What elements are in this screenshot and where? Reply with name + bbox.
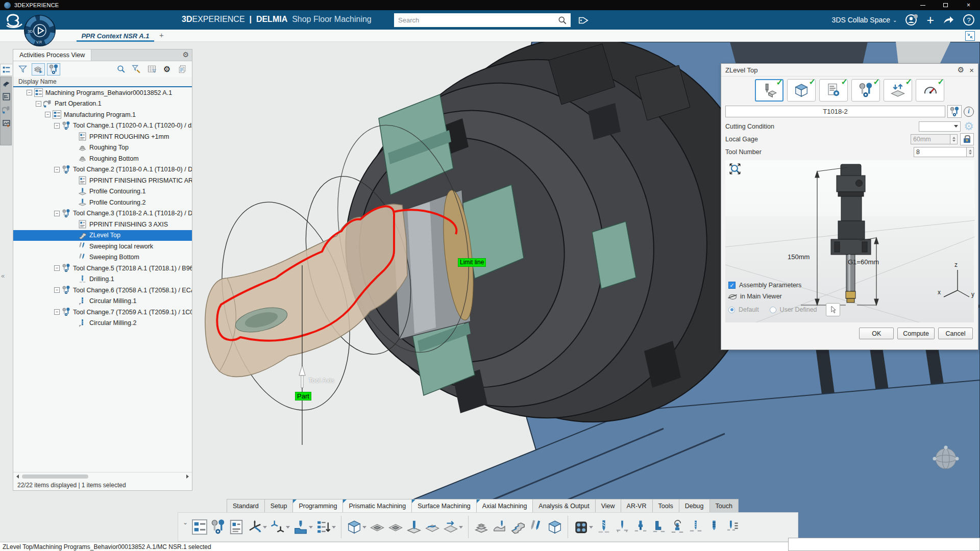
tree-row[interactable]: −Part Operation.1	[13, 98, 192, 110]
edit-filter-icon[interactable]	[130, 63, 143, 76]
tree-row[interactable]: −Tool Change.7 (T2059 A.1 (T2059.1) / 1C…	[13, 307, 192, 318]
expander-icon[interactable]: −	[36, 101, 41, 107]
user-defined-radio[interactable]	[770, 307, 776, 313]
new-tab-button[interactable]: +	[159, 31, 164, 39]
expander-icon[interactable]: −	[45, 112, 51, 117]
help-icon[interactable]: ?	[963, 14, 975, 26]
show-operations-toggle[interactable]	[32, 63, 45, 76]
tab-part-operation[interactable]	[0, 104, 12, 116]
filter-table-icon[interactable]	[145, 63, 158, 76]
dropdown-arrow-icon[interactable]	[589, 526, 593, 529]
pocketing-islands-icon[interactable]	[386, 517, 405, 537]
dropdown-arrow-icon[interactable]	[332, 526, 336, 529]
local-gage-stepper[interactable]	[950, 134, 958, 144]
copy-view-icon[interactable]	[176, 63, 189, 76]
tree-row[interactable]: PPRINT ROUGHING +1mm	[13, 131, 192, 142]
tree-row[interactable]: PPRINT FINISHING 3 AXIS	[13, 219, 192, 230]
tab-resources[interactable]	[0, 77, 12, 89]
pocketing-icon[interactable]	[368, 517, 386, 537]
tree-row[interactable]: PPRINT FINISHING PRISMATIC AREAS	[13, 175, 192, 186]
transform-operations-icon[interactable]	[268, 517, 287, 537]
maximize-button[interactable]	[934, 0, 957, 10]
dialog-close-icon[interactable]: ×	[969, 66, 974, 74]
close-button[interactable]: ×	[957, 0, 980, 10]
dropdown-arrow-icon[interactable]	[362, 526, 366, 529]
cancel-button[interactable]: Cancel	[938, 328, 973, 339]
pprint-icon[interactable]	[227, 517, 246, 537]
minimize-button[interactable]	[911, 0, 934, 10]
tool-assembly-icon[interactable]	[291, 517, 310, 537]
drilling-icon[interactable]	[595, 517, 613, 537]
counterboring-icon[interactable]	[631, 517, 650, 537]
strategy-tab[interactable]: ✓	[819, 79, 848, 102]
cutting-condition-gear-icon[interactable]: ⚙	[964, 121, 974, 132]
ribbon-tab-ar-vr[interactable]: AR-VR	[621, 499, 653, 512]
tree-row-selected[interactable]: ZLevel Top	[13, 230, 192, 241]
expander-icon[interactable]: −	[54, 309, 60, 315]
zlevel-icon[interactable]	[509, 517, 527, 537]
tree-row[interactable]: −Tool Change.6 (T2058 A.1 (T2058.1) / EC…	[13, 285, 192, 296]
part-label[interactable]: Part	[295, 392, 311, 400]
update-status-icon[interactable]: ⚙	[160, 63, 174, 76]
share-icon[interactable]	[942, 14, 954, 26]
profile-contouring-icon[interactable]	[405, 517, 423, 537]
tree-row[interactable]: −Tool Change.5 (T2018 A.1 (T2018.1) / B9…	[13, 263, 192, 274]
limit-line-label[interactable]: Limit line	[458, 258, 486, 267]
tree-row[interactable]: −Manufacturing Program.1	[13, 109, 192, 120]
tree-row[interactable]: Sweeping Bottom	[13, 252, 192, 263]
tag-icon[interactable]	[576, 13, 591, 27]
manufacturing-program-icon[interactable]	[190, 517, 209, 537]
horizontal-scrollbar[interactable]	[13, 472, 192, 480]
ribbon-tab-axial-machining[interactable]: Axial Machining	[476, 499, 533, 512]
ribbon-tab-programming[interactable]: Programming	[292, 499, 343, 512]
user-avatar-icon[interactable]	[905, 13, 918, 27]
tool-tab[interactable]: ✓	[755, 79, 783, 102]
tool-number-stepper[interactable]	[967, 147, 974, 157]
ribbon-tab-analysis-output[interactable]: Analysis & Output	[532, 499, 595, 512]
collapse-left-panel-icon[interactable]: «	[1, 272, 5, 280]
curve-machining-icon[interactable]	[423, 517, 442, 537]
isometric-view-icon[interactable]	[546, 517, 564, 537]
geometry-tab[interactable]: ✓	[787, 79, 816, 102]
collapse-viewer-icon[interactable]	[965, 31, 975, 41]
ribbon-tab-prismatic-machining[interactable]: Prismatic Machining	[342, 499, 412, 512]
expander-icon[interactable]: −	[54, 287, 60, 293]
tool-preview-3d[interactable]: 150mm G1=60mm z x y ✓ Assembly Parameter…	[725, 160, 974, 322]
thread-milling-icon[interactable]	[705, 517, 723, 537]
renumber-operations-icon[interactable]	[314, 517, 333, 537]
3ds-logo-icon[interactable]	[4, 12, 24, 29]
expander-icon[interactable]: −	[54, 265, 60, 271]
ribbon-tab-setup[interactable]: Setup	[264, 499, 293, 512]
tree-row[interactable]: Circular Milling.2	[13, 318, 192, 329]
filter-icon[interactable]	[16, 63, 30, 76]
tree-row[interactable]: −Machining Programs_Behavior00013852 A.1	[13, 87, 192, 98]
collapse-toolbar-icon[interactable]: ⌄	[180, 517, 190, 537]
sweep-roughing-icon[interactable]	[491, 517, 509, 537]
tool-change-icon[interactable]	[209, 517, 227, 537]
boring-icon[interactable]	[650, 517, 668, 537]
tree-row[interactable]: −Tool Change.2 (T1018-0 A.1 (T1018-0) / …	[13, 164, 192, 176]
collab-space-selector[interactable]: 3DS Collab Space⌄	[832, 16, 897, 24]
command-field[interactable]	[788, 538, 980, 551]
tab-simulation[interactable]	[0, 117, 12, 129]
assembly-parameters-checkbox[interactable]: ✓	[728, 282, 736, 289]
sweeping-icon[interactable]	[527, 517, 546, 537]
tapping-icon[interactable]	[687, 517, 705, 537]
back-boring-icon[interactable]	[668, 517, 687, 537]
compass-icon[interactable]: 3D V.R	[23, 14, 56, 47]
spot-drilling-icon[interactable]	[613, 517, 631, 537]
tree-row[interactable]: Profile Contouring.1	[13, 186, 192, 197]
expander-icon[interactable]: −	[27, 90, 32, 95]
tree-row[interactable]: −Tool Change.1 (T1020-0 A.1 (T1020-0) / …	[13, 120, 192, 132]
dialog-settings-gear-icon[interactable]: ⚙	[958, 65, 964, 74]
ok-button[interactable]: OK	[859, 328, 894, 339]
facing-icon[interactable]	[442, 517, 460, 537]
feeds-speeds-tab[interactable]: ✓	[916, 79, 944, 102]
tool-assembly-tab[interactable]: ✓	[851, 79, 880, 102]
multi-level-drilling-icon[interactable]	[723, 517, 742, 537]
tool-info-icon[interactable]: i	[964, 107, 974, 117]
macros-tab[interactable]: ✓	[884, 79, 912, 102]
local-gage-input[interactable]: 60mm	[911, 134, 950, 144]
select-tool-icon[interactable]	[947, 105, 962, 118]
search-icon[interactable]	[557, 15, 568, 26]
